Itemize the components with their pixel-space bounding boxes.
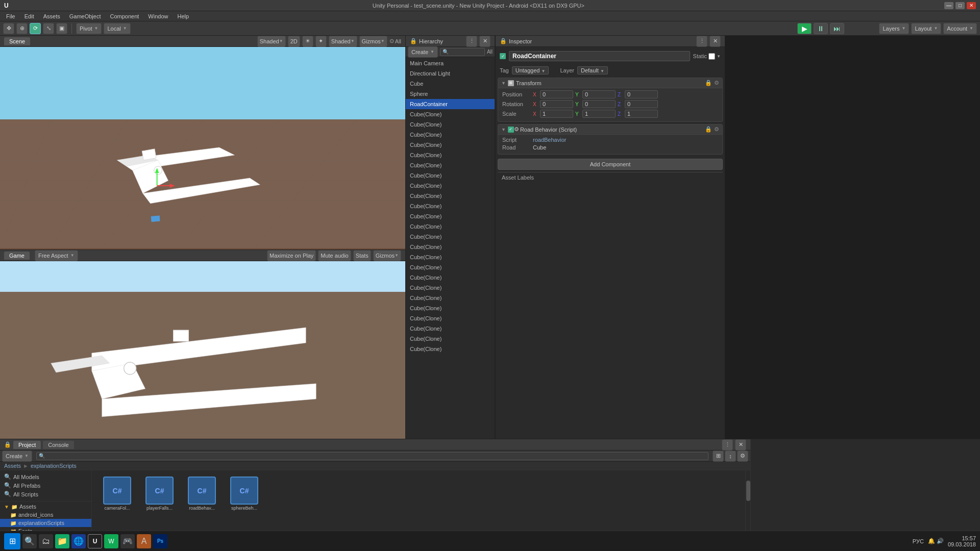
rotate-tool[interactable]: ⟳ bbox=[30, 23, 41, 34]
project-create-btn[interactable]: Create ▼ bbox=[2, 450, 32, 462]
taskbar-search[interactable]: 🔍 bbox=[22, 534, 37, 548]
hierarchy-item-sphere[interactable]: Sphere bbox=[406, 89, 495, 99]
shaded-right-dropdown[interactable]: Shaded ▼ bbox=[329, 36, 357, 47]
filter-all-models[interactable]: 🔍 All Models bbox=[0, 472, 91, 481]
road-behavior-header[interactable]: ▼ ✓ ⚙ Road Behavior (Script) 🔒 ⚙ bbox=[498, 124, 722, 135]
script-road-behav[interactable]: C# roadBehav... bbox=[183, 477, 221, 511]
taskbar-task-view[interactable]: 🗂 bbox=[39, 534, 53, 548]
shaded-left-dropdown[interactable]: Shaded ▼ bbox=[257, 36, 286, 47]
breadcrumb-assets[interactable]: Assets bbox=[4, 463, 21, 469]
maximize-button[interactable]: □ bbox=[955, 2, 965, 9]
hierarchy-options-btn[interactable]: ⋮ bbox=[466, 36, 477, 47]
pivot-dropdown[interactable]: Pivot ▼ bbox=[76, 23, 102, 34]
rotation-z-input[interactable] bbox=[625, 100, 658, 108]
scene-tab[interactable]: Scene bbox=[4, 37, 30, 45]
layers-dropdown[interactable]: Layers ▼ bbox=[879, 23, 909, 34]
hierarchy-item-clone-2[interactable]: Cube(Clone) bbox=[406, 119, 495, 130]
project-tab[interactable]: Project bbox=[13, 441, 41, 449]
hierarchy-close-btn[interactable]: ✕ bbox=[479, 36, 491, 47]
project-sort-btn[interactable]: ↕ bbox=[725, 450, 736, 462]
hierarchy-item-clone-10[interactable]: Cube(Clone) bbox=[406, 201, 495, 211]
hierarchy-item-clone-9[interactable]: Cube(Clone) bbox=[406, 191, 495, 201]
road-behavior-settings-icon[interactable]: ⚙ bbox=[714, 126, 719, 133]
console-tab[interactable]: Console bbox=[43, 441, 74, 449]
taskbar-browser[interactable]: 🌐 bbox=[71, 534, 86, 548]
lighting-button[interactable]: ☀ bbox=[302, 36, 313, 47]
local-dropdown[interactable]: Local ▼ bbox=[104, 23, 130, 34]
hierarchy-item-clone-4[interactable]: Cube(Clone) bbox=[406, 140, 495, 150]
maximize-play-btn[interactable]: Maximize on Play bbox=[267, 250, 316, 261]
breadcrumb-explanation[interactable]: explanationScripts bbox=[31, 463, 77, 469]
layout-dropdown[interactable]: Layout ▼ bbox=[911, 23, 941, 34]
menu-file[interactable]: File bbox=[2, 12, 19, 20]
menu-gameobject[interactable]: GameObject bbox=[65, 12, 105, 20]
stats-btn[interactable]: Stats bbox=[353, 250, 371, 261]
taskbar-word[interactable]: W bbox=[104, 534, 118, 548]
move-tool[interactable]: ⊕ bbox=[16, 23, 28, 34]
sidebar-android-icons[interactable]: 📁 android_icons bbox=[0, 511, 91, 519]
taskbar-unity-icon[interactable]: U bbox=[88, 534, 102, 548]
pause-button[interactable]: ⏸ bbox=[814, 23, 828, 34]
rect-tool[interactable]: ▣ bbox=[56, 23, 67, 34]
hierarchy-item-directional-light[interactable]: Directional Light bbox=[406, 68, 495, 79]
inspector-options-btn[interactable]: ⋮ bbox=[696, 36, 707, 47]
hand-tool[interactable]: ✥ bbox=[3, 23, 14, 34]
tag-dropdown[interactable]: Untagged ▼ bbox=[512, 66, 549, 74]
hierarchy-item-main-camera[interactable]: Main Camera bbox=[406, 58, 495, 68]
road-behavior-enabled-checkbox[interactable]: ✓ bbox=[508, 127, 514, 133]
game-gizmos-btn[interactable]: Gizmos ▼ bbox=[373, 250, 401, 261]
close-button[interactable]: ✕ bbox=[967, 2, 976, 9]
hierarchy-item-clone-5[interactable]: Cube(Clone) bbox=[406, 150, 495, 160]
hierarchy-item-clone-24[interactable]: Cube(Clone) bbox=[406, 344, 495, 354]
hierarchy-item-clone-17[interactable]: Cube(Clone) bbox=[406, 272, 495, 283]
hierarchy-item-clone-16[interactable]: Cube(Clone) bbox=[406, 262, 495, 272]
scale-tool[interactable]: ⤡ bbox=[43, 23, 54, 34]
static-checkbox[interactable] bbox=[708, 53, 715, 60]
scale-z-input[interactable] bbox=[625, 110, 658, 118]
project-search-input[interactable] bbox=[45, 453, 706, 459]
taskbar-app1[interactable]: 🎮 bbox=[120, 534, 135, 548]
object-enabled-checkbox[interactable]: ✓ bbox=[500, 53, 506, 59]
hierarchy-item-clone-7[interactable]: Cube(Clone) bbox=[406, 170, 495, 181]
game-viewport[interactable] bbox=[0, 261, 405, 439]
filter-all-prefabs[interactable]: 🔍 All Prefabs bbox=[0, 481, 91, 490]
project-options-btn[interactable]: ⋮ bbox=[722, 439, 733, 450]
gizmos-button[interactable]: Gizmos ▼ bbox=[359, 36, 387, 47]
scale-y-input[interactable] bbox=[582, 110, 616, 118]
menu-help[interactable]: Help bbox=[173, 12, 193, 20]
hierarchy-item-clone-8[interactable]: Cube(Clone) bbox=[406, 181, 495, 191]
scale-x-input[interactable] bbox=[540, 110, 573, 118]
inspector-close-btn[interactable]: ✕ bbox=[709, 36, 721, 47]
taskbar-photoshop[interactable]: Ps bbox=[153, 534, 167, 548]
hierarchy-item-clone-13[interactable]: Cube(Clone) bbox=[406, 232, 495, 242]
script-sphere-beh[interactable]: C# sphereBeh... bbox=[225, 477, 263, 511]
mute-audio-btn[interactable]: Mute audio bbox=[318, 250, 351, 261]
transform-settings-icon[interactable]: ⚙ bbox=[714, 80, 719, 86]
project-close-btn[interactable]: ✕ bbox=[735, 439, 746, 450]
hierarchy-item-clone-6[interactable]: Cube(Clone) bbox=[406, 160, 495, 170]
menu-edit[interactable]: Edit bbox=[20, 12, 38, 20]
hierarchy-item-clone-3[interactable]: Cube(Clone) bbox=[406, 130, 495, 140]
rotation-y-input[interactable] bbox=[582, 100, 616, 108]
hierarchy-search-input[interactable] bbox=[449, 49, 482, 55]
minimize-button[interactable]: — bbox=[944, 2, 953, 9]
account-dropdown[interactable]: Account ▼ bbox=[943, 23, 977, 34]
position-z-input[interactable] bbox=[625, 90, 658, 98]
project-scrollbar-thumb[interactable] bbox=[746, 481, 750, 501]
position-y-input[interactable] bbox=[582, 90, 616, 98]
layer-dropdown[interactable]: Default ▼ bbox=[577, 66, 608, 74]
project-view-btn[interactable]: ⊞ bbox=[713, 450, 724, 462]
object-name-input[interactable] bbox=[509, 51, 690, 61]
filter-all-scripts[interactable]: 🔍 All Scripts bbox=[0, 490, 91, 498]
script-camera-follow[interactable]: C# cameraFol... bbox=[98, 477, 136, 511]
play-button[interactable]: ▶ bbox=[797, 23, 812, 34]
hierarchy-item-clone-18[interactable]: Cube(Clone) bbox=[406, 283, 495, 293]
position-x-input[interactable] bbox=[540, 90, 573, 98]
hierarchy-item-cube[interactable]: Cube bbox=[406, 79, 495, 89]
script-player-falls[interactable]: C# playerFalls... bbox=[140, 477, 179, 511]
transform-header[interactable]: ▼ ⊞ Transform 🔒 ⚙ bbox=[498, 78, 722, 88]
menu-component[interactable]: Component bbox=[106, 12, 143, 20]
taskbar-app2[interactable]: A bbox=[137, 534, 151, 548]
hierarchy-item-clone-14[interactable]: Cube(Clone) bbox=[406, 242, 495, 252]
hierarchy-item-clone-23[interactable]: Cube(Clone) bbox=[406, 334, 495, 344]
